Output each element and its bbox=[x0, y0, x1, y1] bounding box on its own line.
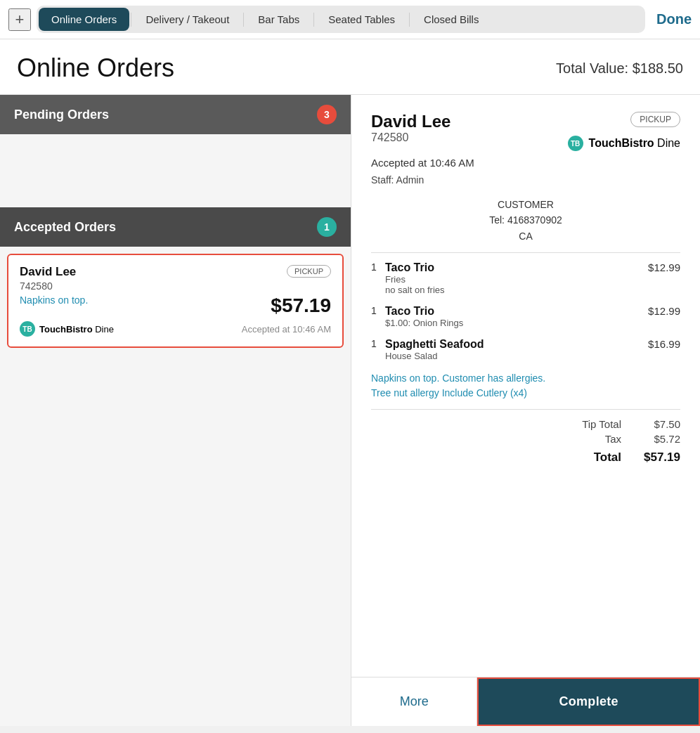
receipt-pickup-badge: PICKUP bbox=[630, 112, 680, 127]
item-qty-2: 1 bbox=[371, 305, 385, 316]
receipt-area: David Lee 742580 PICKUP TB TouchBistro D… bbox=[351, 95, 700, 677]
order-number: 742580 bbox=[20, 280, 76, 292]
item-price-1: $12.99 bbox=[648, 261, 680, 273]
tab-divider-3 bbox=[313, 13, 314, 27]
item-sub-2: $1.00: Onion Rings bbox=[385, 318, 648, 328]
order-card[interactable]: David Lee 742580 PICKUP Napkins on top. … bbox=[7, 254, 344, 348]
item-details-1: Taco Trio Friesno salt on fries bbox=[385, 261, 648, 295]
tip-value: $7.50 bbox=[638, 418, 680, 430]
receipt-item-2: 1 Taco Trio $1.00: Onion Rings $12.99 bbox=[371, 305, 680, 328]
item-details-2: Taco Trio $1.00: Onion Rings bbox=[385, 305, 648, 328]
top-nav: + Online Orders Delivery / Takeout Bar T… bbox=[0, 0, 700, 39]
pending-header: Pending Orders 3 bbox=[0, 95, 351, 134]
tab-online-orders[interactable]: Online Orders bbox=[39, 8, 129, 31]
item-details-3: Spaghetti Seafood House Salad bbox=[385, 338, 648, 361]
receipt-customer-block: CUSTOMER Tel: 4168370902 CA bbox=[371, 197, 680, 244]
accepted-title: Accepted Orders bbox=[14, 220, 116, 235]
bottom-buttons: More Complete bbox=[351, 677, 700, 726]
receipt-notes: Napkins on top. Customer has allergies.T… bbox=[371, 371, 680, 401]
item-name-2: Taco Trio bbox=[385, 305, 648, 318]
receipt-tb-brand: TouchBistro Dine bbox=[589, 137, 680, 150]
tab-closed-bills[interactable]: Closed Bills bbox=[411, 8, 491, 31]
order-amount: $57.19 bbox=[271, 294, 331, 317]
receipt-divider-mid bbox=[371, 409, 680, 410]
add-button[interactable]: + bbox=[8, 8, 31, 31]
pending-section: Pending Orders 3 bbox=[0, 95, 351, 207]
pending-badge: 3 bbox=[317, 105, 337, 124]
page-title: Online Orders bbox=[17, 53, 174, 83]
receipt-item-1: 1 Taco Trio Friesno salt on fries $12.99 bbox=[371, 261, 680, 295]
pending-title: Pending Orders bbox=[14, 108, 109, 122]
item-qty-3: 1 bbox=[371, 338, 385, 349]
nav-tabs: Online Orders Delivery / Takeout Bar Tab… bbox=[37, 6, 645, 33]
order-note: Napkins on top. bbox=[20, 294, 88, 306]
touchbistro-icon: TB bbox=[20, 321, 35, 337]
accepted-section: Accepted Orders 1 David Lee 742580 PICKU… bbox=[0, 207, 351, 726]
total-label: Total bbox=[594, 450, 621, 465]
accepted-time: Accepted at 10:46 AM bbox=[242, 324, 331, 335]
done-button[interactable]: Done bbox=[656, 11, 692, 27]
pickup-badge: PICKUP bbox=[287, 265, 331, 278]
tip-row: Tip Total $7.50 bbox=[371, 418, 680, 430]
tax-label: Tax bbox=[605, 433, 621, 445]
item-price-3: $16.99 bbox=[648, 338, 680, 350]
tax-value: $5.72 bbox=[638, 433, 680, 445]
total-value: Total Value: $188.50 bbox=[556, 60, 683, 77]
item-sub-3: House Salad bbox=[385, 351, 648, 361]
receipt-divider-top bbox=[371, 252, 680, 253]
main-content: Pending Orders 3 Accepted Orders 1 David… bbox=[0, 95, 700, 726]
totals-section: Tip Total $7.50 Tax $5.72 Total $57.19 bbox=[371, 418, 680, 465]
accepted-header: Accepted Orders 1 bbox=[0, 207, 351, 247]
receipt-tb-icon: TB bbox=[568, 136, 583, 151]
tip-label: Tip Total bbox=[582, 418, 621, 430]
tax-row: Tax $5.72 bbox=[371, 433, 680, 445]
tab-seated-tables[interactable]: Seated Tables bbox=[316, 8, 408, 31]
receipt-accepted: Accepted at 10:46 AM bbox=[371, 157, 680, 169]
receipt-order-num: 742580 bbox=[371, 131, 451, 144]
tab-divider-2 bbox=[243, 13, 244, 27]
touchbistro-brand: TouchBistro Dine bbox=[39, 324, 114, 335]
tab-delivery-takeout[interactable]: Delivery / Takeout bbox=[133, 8, 242, 31]
tab-divider-4 bbox=[409, 13, 410, 27]
touchbistro-logo: TB TouchBistro Dine bbox=[20, 321, 114, 337]
more-button[interactable]: More bbox=[351, 677, 477, 726]
accepted-badge: 1 bbox=[317, 217, 337, 237]
item-name-1: Taco Trio bbox=[385, 261, 648, 274]
item-price-2: $12.99 bbox=[648, 305, 680, 317]
tab-divider-1 bbox=[131, 13, 131, 27]
item-qty-1: 1 bbox=[371, 261, 385, 273]
receipt-staff: Staff: Admin bbox=[371, 174, 680, 186]
tab-bar-tabs[interactable]: Bar Tabs bbox=[245, 8, 312, 31]
receipt-item-3: 1 Spaghetti Seafood House Salad $16.99 bbox=[371, 338, 680, 361]
total-row: Total $57.19 bbox=[371, 450, 680, 465]
page-header: Online Orders Total Value: $188.50 bbox=[0, 39, 700, 95]
right-panel: David Lee 742580 PICKUP TB TouchBistro D… bbox=[351, 95, 700, 726]
order-name: David Lee bbox=[20, 265, 76, 279]
item-name-3: Spaghetti Seafood bbox=[385, 338, 648, 351]
left-panel: Pending Orders 3 Accepted Orders 1 David… bbox=[0, 95, 351, 726]
item-sub-1: Friesno salt on fries bbox=[385, 274, 648, 295]
order-footer: TB TouchBistro Dine Accepted at 10:46 AM bbox=[20, 321, 331, 337]
total-value: $57.19 bbox=[638, 450, 680, 465]
receipt-customer-name: David Lee bbox=[371, 112, 451, 131]
complete-button[interactable]: Complete bbox=[477, 677, 700, 726]
